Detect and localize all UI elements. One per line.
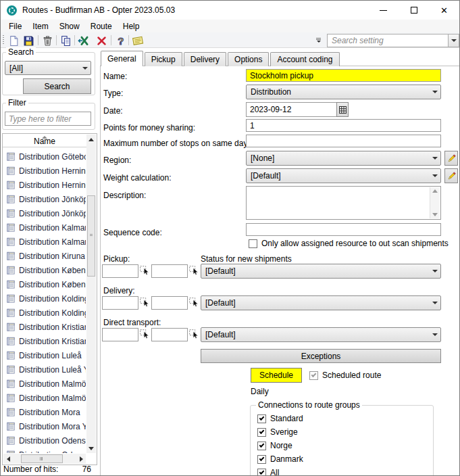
scroll-up-button[interactable] [86, 135, 96, 144]
list-item[interactable]: Distribution Kolding [3, 291, 86, 306]
delivery-to-pick-icon[interactable] [189, 298, 199, 308]
list-item[interactable]: Distribution Jönköp [3, 192, 86, 206]
delivery-status-select[interactable]: [Default] [201, 295, 441, 310]
description-textarea[interactable] [246, 186, 441, 220]
route-group-checkbox-sverige[interactable]: Sverige [257, 427, 298, 437]
tab-account-coding[interactable]: Account coding [270, 52, 339, 66]
list-item[interactable]: Distribution Kalmar [3, 235, 86, 249]
points-input[interactable] [246, 119, 441, 132]
textarea-scrollbar[interactable] [430, 187, 440, 218]
name-input[interactable] [246, 69, 441, 82]
list-item[interactable]: Distribution Odense [3, 448, 86, 453]
delivery-to-input[interactable] [151, 296, 188, 310]
new-document-button[interactable] [7, 34, 20, 47]
direct-from-pick-icon[interactable] [140, 329, 150, 339]
list-item[interactable]: Distribution Herning [3, 178, 86, 192]
list-item[interactable]: Distribution Københ [3, 263, 86, 277]
menu-item[interactable]: Item [27, 20, 53, 32]
route-group-checkbox-danmark[interactable]: Danmark [257, 454, 303, 464]
excel-export-button[interactable] [77, 34, 91, 47]
help-button[interactable]: ? [113, 34, 127, 47]
calendar-button[interactable] [336, 102, 349, 117]
tab-pickup[interactable]: Pickup [145, 52, 182, 66]
list-item[interactable]: Distribution Mora [3, 405, 86, 419]
save-button[interactable] [22, 34, 35, 47]
tab-delivery[interactable]: Delivery [184, 52, 226, 66]
toolbar-overflow-button[interactable] [316, 38, 321, 43]
minimize-button[interactable] [368, 1, 399, 20]
list-item[interactable]: Distribution Jönköp [3, 206, 86, 220]
list-item[interactable]: Distribution Luleå [3, 348, 86, 362]
pickup-from-pick-icon[interactable] [140, 266, 150, 276]
maximize-button[interactable] [399, 1, 429, 20]
direct-status-select[interactable]: [Default] [201, 327, 441, 342]
search-button[interactable]: Search [23, 78, 91, 94]
direct-to-input[interactable] [151, 328, 188, 341]
region-select[interactable]: [None] [246, 151, 441, 166]
weight-edit-button[interactable] [444, 168, 458, 183]
out-scan-checkbox[interactable]: Only allow assigned resource to out scan… [249, 239, 449, 248]
pickup-to-pick-icon[interactable] [189, 266, 199, 276]
toolbar: ? [1, 32, 459, 48]
list-horizontal-scrollbar[interactable] [3, 454, 86, 464]
search-setting-input[interactable] [328, 34, 448, 47]
list-vertical-scrollbar[interactable] [86, 135, 96, 453]
search-setting-dropdown-button[interactable] [448, 34, 459, 47]
menu-show[interactable]: Show [54, 20, 85, 32]
copy-button[interactable] [59, 34, 72, 47]
list-item[interactable]: Distribution Luleå Y [3, 362, 86, 377]
pickup-from-input[interactable] [102, 264, 138, 278]
type-select[interactable]: Distribution [246, 85, 441, 99]
list-item[interactable]: Distribution Malmö [3, 391, 86, 405]
scroll-left-button[interactable] [3, 454, 13, 464]
delivery-from-input[interactable] [102, 296, 138, 310]
delivery-from-pick-icon[interactable] [140, 298, 150, 308]
list-item[interactable]: Distribution Götebo [3, 149, 86, 164]
checkbox-box [257, 442, 266, 450]
close-button[interactable]: ✕ [429, 1, 459, 20]
list-item[interactable]: Distribution Kolding [3, 306, 86, 320]
notes-button[interactable] [131, 34, 145, 47]
route-group-checkbox-norge[interactable]: Norge [257, 441, 292, 450]
scroll-right-button[interactable] [76, 454, 86, 464]
scrollbar-thumb[interactable] [21, 454, 63, 463]
route-group-checkbox-standard[interactable]: Standard [257, 414, 303, 423]
menu-route[interactable]: Route [85, 20, 118, 32]
direct-transport-label: Direct transport: [103, 318, 161, 327]
tab-options[interactable]: Options [228, 52, 269, 66]
direct-to-pick-icon[interactable] [189, 329, 199, 339]
list-item[interactable]: Distribution Odense [3, 433, 86, 448]
date-input[interactable] [246, 102, 337, 117]
list-item[interactable]: Distribution Kristian [3, 320, 86, 334]
list-column-header-name[interactable]: Name [3, 134, 86, 147]
direct-from-input[interactable] [102, 328, 138, 341]
search-scope-select[interactable]: [All] [5, 61, 91, 75]
cancel-button[interactable] [95, 34, 108, 47]
list-item[interactable]: Distribution Kalmar [3, 220, 86, 235]
weight-calculation-select[interactable]: [Default] [246, 168, 441, 183]
menu-help[interactable]: Help [118, 20, 145, 32]
toolbar-grip[interactable] [3, 35, 4, 45]
list-item[interactable]: Distribution Kiruna [3, 249, 86, 263]
filter-input[interactable] [5, 112, 91, 126]
schedule-button[interactable]: Schedule [251, 368, 302, 383]
scrollbar-thumb[interactable] [87, 195, 95, 277]
max-stops-input[interactable] [246, 135, 441, 147]
route-group-checkbox-all[interactable]: All [257, 468, 279, 476]
notes-icon [132, 34, 144, 47]
exceptions-button[interactable]: Exceptions [201, 349, 441, 363]
pickup-status-select[interactable]: [Default] [201, 264, 441, 279]
scheduled-route-checkbox[interactable]: Scheduled route [309, 371, 381, 380]
region-edit-button[interactable] [444, 151, 458, 166]
list-item[interactable]: Distribution Herning [3, 164, 86, 178]
tab-general[interactable]: General [101, 51, 143, 66]
menu-file[interactable]: File [3, 20, 27, 32]
list-item[interactable]: Distribution Kristian [3, 334, 86, 348]
sequence-code-input[interactable] [246, 223, 441, 236]
list-item[interactable]: Distribution Mora Y [3, 419, 86, 433]
pickup-to-input[interactable] [151, 264, 188, 278]
delete-button[interactable] [41, 34, 54, 47]
list-item[interactable]: Distribution Københ [3, 277, 86, 291]
list-item[interactable]: Distribution Malmö [3, 377, 86, 391]
scroll-down-button[interactable] [86, 444, 96, 453]
